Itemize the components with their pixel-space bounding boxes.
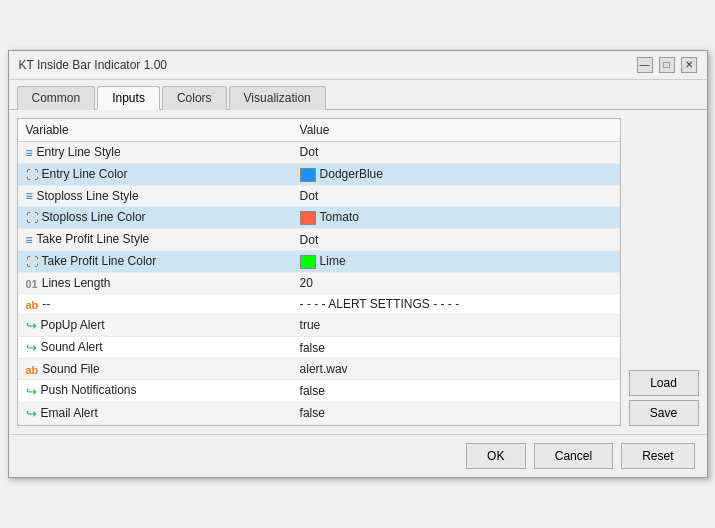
lines-icon: ≡ (26, 146, 33, 160)
table-row-variable: ⛶Take Profit Line Color (18, 251, 292, 273)
table-row-value: Dot (292, 141, 620, 163)
value-text: alert.wav (300, 362, 348, 376)
tab-visualization[interactable]: Visualization (229, 86, 326, 110)
value-text: true (300, 318, 321, 332)
table-row-value[interactable]: Tomato (292, 207, 620, 229)
tab-common[interactable]: Common (17, 86, 96, 110)
tab-inputs[interactable]: Inputs (97, 86, 160, 110)
load-button[interactable]: Load (629, 370, 699, 396)
table-row-variable: 01Lines Length (18, 272, 292, 293)
variable-label: Take Profit Line Style (37, 232, 150, 246)
maximize-button[interactable]: □ (659, 57, 675, 73)
arrow-icon: ↪ (26, 340, 37, 355)
chart-icon: ⛶ (26, 168, 38, 182)
value-text: DodgerBlue (320, 167, 383, 181)
variable-label: Email Alert (41, 406, 98, 420)
table-row-value: false (292, 402, 620, 424)
cancel-button[interactable]: Cancel (534, 443, 613, 469)
value-text: - - - - ALERT SETTINGS - - - - (300, 297, 460, 311)
value-text: false (300, 341, 325, 355)
variable-label: Take Profit Line Color (42, 254, 157, 268)
color-swatch (300, 255, 316, 269)
table-row-value[interactable]: Lime (292, 251, 620, 273)
chart-icon: ⛶ (26, 211, 38, 225)
chart-icon: ⛶ (26, 255, 38, 269)
window-controls: — □ ✕ (637, 57, 697, 73)
ab-icon: ab (26, 364, 39, 376)
inputs-table-container: Variable Value ≡Entry Line StyleDot⛶Entr… (17, 118, 621, 426)
color-swatch (300, 211, 316, 225)
table-row-value: true (292, 314, 620, 336)
table-row-variable: ≡Entry Line Style (18, 141, 292, 163)
table-row-variable: ⛶Stoploss Line Color (18, 207, 292, 229)
variable-label: PopUp Alert (41, 318, 105, 332)
content-area: Variable Value ≡Entry Line StyleDot⛶Entr… (9, 110, 707, 434)
table-row-value: 20 (292, 272, 620, 293)
value-text: Lime (320, 254, 346, 268)
table-row-variable: ↪PopUp Alert (18, 314, 292, 336)
value-text: 20 (300, 276, 313, 290)
table-row-variable: ≡Stoploss Line Style (18, 185, 292, 207)
tab-colors[interactable]: Colors (162, 86, 227, 110)
table-row-value[interactable]: DodgerBlue (292, 163, 620, 185)
side-buttons: Load Save (629, 118, 699, 426)
variable-label: Push Notifications (41, 383, 137, 397)
color-swatch (300, 168, 316, 182)
table-row-variable: ab-- (18, 293, 292, 314)
minimize-button[interactable]: — (637, 57, 653, 73)
col-header-value: Value (292, 119, 620, 142)
col-header-variable: Variable (18, 119, 292, 142)
reset-button[interactable]: Reset (621, 443, 694, 469)
variable-label: -- (42, 297, 50, 311)
table-row-value: false (292, 337, 620, 359)
main-window: KT Inside Bar Indicator 1.00 — □ ✕ Commo… (8, 50, 708, 478)
variable-label: Lines Length (42, 276, 111, 290)
value-text: false (300, 384, 325, 398)
table-row-value: Dot (292, 185, 620, 207)
variable-label: Sound File (42, 362, 99, 376)
table-row-value: - - - - ALERT SETTINGS - - - - (292, 293, 620, 314)
table-row-variable: ↪Email Alert (18, 402, 292, 424)
inputs-table: Variable Value ≡Entry Line StyleDot⛶Entr… (18, 119, 620, 425)
bottom-bar: OK Cancel Reset (9, 434, 707, 477)
variable-label: Entry Line Style (37, 145, 121, 159)
arrow-icon: ↪ (26, 318, 37, 333)
arrow-icon: ↪ (26, 384, 37, 399)
value-text: Dot (300, 233, 319, 247)
lines-icon: ≡ (26, 233, 33, 247)
table-row-variable: abSound File (18, 359, 292, 380)
variable-label: Sound Alert (41, 340, 103, 354)
table-row-variable: ≡Take Profit Line Style (18, 229, 292, 251)
ab-icon: ab (26, 299, 39, 311)
window-title: KT Inside Bar Indicator 1.00 (19, 58, 168, 72)
table-row-variable: ↪Push Notifications (18, 380, 292, 402)
arrow-icon: ↪ (26, 406, 37, 421)
lines-icon: ≡ (26, 189, 33, 203)
table-row-value: false (292, 380, 620, 402)
ok-button[interactable]: OK (466, 443, 526, 469)
value-text: Dot (300, 189, 319, 203)
tabs-bar: Common Inputs Colors Visualization (9, 80, 707, 110)
table-row-value: Dot (292, 229, 620, 251)
value-text: Tomato (320, 210, 359, 224)
table-row-variable: ⛶Entry Line Color (18, 163, 292, 185)
variable-label: Stoploss Line Color (42, 210, 146, 224)
table-row-value: alert.wav (292, 359, 620, 380)
table-row-variable: ↪Sound Alert (18, 337, 292, 359)
variable-label: Stoploss Line Style (37, 189, 139, 203)
num-icon: 01 (26, 278, 38, 290)
value-text: Dot (300, 145, 319, 159)
save-button[interactable]: Save (629, 400, 699, 426)
variable-label: Entry Line Color (42, 167, 128, 181)
close-button[interactable]: ✕ (681, 57, 697, 73)
title-bar: KT Inside Bar Indicator 1.00 — □ ✕ (9, 51, 707, 80)
value-text: false (300, 406, 325, 420)
